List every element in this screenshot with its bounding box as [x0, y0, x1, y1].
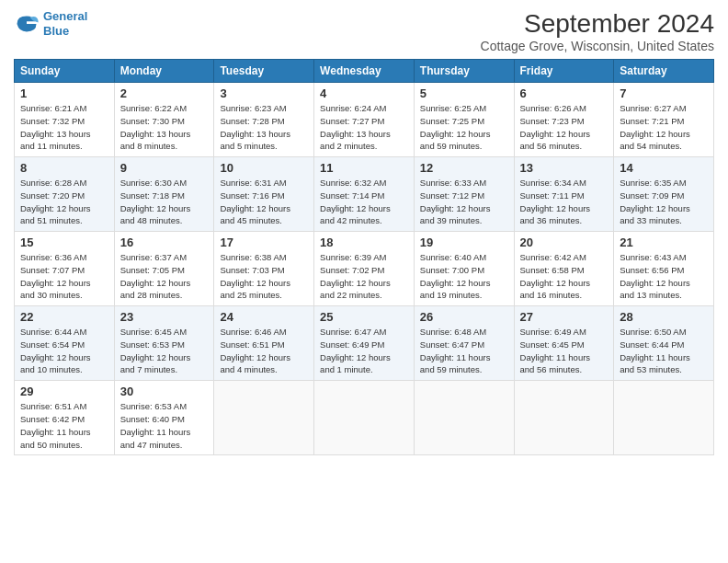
cell-line: Sunset: 7:28 PM — [220, 115, 308, 128]
cell-line: Sunrise: 6:27 AM — [620, 102, 708, 115]
cell-line: Daylight: 12 hours — [20, 277, 108, 290]
cell-line: Sunrise: 6:33 AM — [420, 177, 508, 190]
cell-line: and 5 minutes. — [220, 140, 308, 153]
calendar-cell: 25Sunrise: 6:47 AMSunset: 6:49 PMDayligh… — [314, 306, 415, 381]
cell-line: Daylight: 12 hours — [620, 277, 708, 290]
cell-line: Sunrise: 6:43 AM — [620, 251, 708, 264]
cell-line: and 1 minute. — [320, 363, 408, 376]
calendar-cell: 1Sunrise: 6:21 AMSunset: 7:32 PMDaylight… — [15, 83, 115, 157]
calendar-cell: 23Sunrise: 6:45 AMSunset: 6:53 PMDayligh… — [114, 306, 214, 381]
calendar-cell: 2Sunrise: 6:22 AMSunset: 7:30 PMDaylight… — [114, 83, 214, 157]
cell-line: Daylight: 12 hours — [620, 128, 708, 141]
cell-line: Daylight: 12 hours — [20, 351, 108, 364]
cell-line: Daylight: 12 hours — [520, 277, 609, 290]
cell-content: Sunrise: 6:34 AMSunset: 7:11 PMDaylight:… — [520, 177, 609, 227]
cell-line: Sunset: 7:12 PM — [420, 190, 508, 202]
day-number: 3 — [220, 86, 308, 100]
cell-content: Sunrise: 6:43 AMSunset: 6:56 PMDaylight:… — [620, 251, 708, 302]
day-number: 13 — [520, 161, 609, 175]
calendar-cell: 14Sunrise: 6:35 AMSunset: 7:09 PMDayligh… — [614, 157, 714, 232]
cell-line: Sunset: 7:05 PM — [120, 264, 209, 277]
cell-content: Sunrise: 6:39 AMSunset: 7:02 PMDaylight:… — [320, 251, 408, 302]
cell-line: Daylight: 13 hours — [120, 128, 209, 141]
cell-line: Daylight: 12 hours — [220, 277, 308, 290]
cell-line: Sunset: 7:16 PM — [220, 190, 308, 202]
logo: General Blue — [14, 9, 87, 38]
day-number: 2 — [120, 86, 209, 100]
cell-line: Sunrise: 6:23 AM — [220, 102, 308, 115]
day-number: 30 — [120, 385, 209, 398]
cell-line: Sunset: 7:23 PM — [520, 115, 609, 128]
cell-line: Daylight: 12 hours — [520, 202, 609, 215]
column-header-tuesday: Tuesday — [214, 60, 314, 83]
cell-content: Sunrise: 6:48 AMSunset: 6:47 PMDaylight:… — [420, 326, 508, 376]
cell-line: Sunset: 6:45 PM — [520, 339, 609, 351]
calendar-cell — [614, 381, 714, 455]
day-number: 28 — [620, 310, 708, 324]
cell-line: Sunset: 7:21 PM — [620, 115, 708, 128]
cell-line: Daylight: 12 hours — [220, 351, 308, 364]
cell-line: Sunrise: 6:36 AM — [20, 251, 108, 264]
cell-line: Sunset: 6:44 PM — [620, 339, 708, 351]
cell-content: Sunrise: 6:40 AMSunset: 7:00 PMDaylight:… — [420, 251, 508, 302]
calendar-cell: 24Sunrise: 6:46 AMSunset: 6:51 PMDayligh… — [214, 306, 314, 381]
day-number: 29 — [20, 385, 108, 398]
cell-line: Sunrise: 6:22 AM — [120, 102, 209, 115]
cell-line: Sunset: 7:27 PM — [320, 115, 408, 128]
cell-line: Sunrise: 6:53 AM — [120, 400, 209, 413]
cell-line: Daylight: 12 hours — [20, 202, 108, 215]
cell-line: Sunset: 6:56 PM — [620, 264, 708, 277]
cell-line: Sunrise: 6:26 AM — [520, 102, 609, 115]
day-number: 19 — [420, 236, 508, 249]
cell-line: Sunrise: 6:39 AM — [320, 251, 408, 264]
cell-line: and 51 minutes. — [20, 214, 108, 227]
calendar-cell — [414, 381, 514, 455]
calendar-cell: 9Sunrise: 6:30 AMSunset: 7:18 PMDaylight… — [114, 157, 214, 232]
cell-line: Sunset: 6:40 PM — [120, 413, 209, 426]
cell-line: Sunset: 6:51 PM — [220, 339, 308, 351]
day-number: 25 — [320, 310, 408, 324]
cell-line: and 33 minutes. — [620, 214, 708, 227]
cell-line: and 47 minutes. — [120, 439, 209, 452]
calendar-table: SundayMondayTuesdayWednesdayThursdayFrid… — [14, 59, 714, 455]
cell-line: Sunrise: 6:28 AM — [20, 177, 108, 190]
calendar-cell — [514, 381, 614, 455]
calendar-cell: 26Sunrise: 6:48 AMSunset: 6:47 PMDayligh… — [414, 306, 514, 381]
cell-line: Sunrise: 6:42 AM — [520, 251, 609, 264]
day-number: 1 — [20, 86, 108, 100]
cell-line: and 59 minutes. — [420, 140, 508, 153]
calendar-cell: 21Sunrise: 6:43 AMSunset: 6:56 PMDayligh… — [614, 232, 714, 306]
cell-line: and 13 minutes. — [620, 289, 708, 302]
cell-line: Sunset: 7:25 PM — [420, 115, 508, 128]
cell-line: Sunset: 6:47 PM — [420, 339, 508, 351]
cell-line: and 28 minutes. — [120, 289, 209, 302]
header: General Blue September 2024 Cottage Grov… — [14, 9, 714, 53]
cell-line: and 48 minutes. — [120, 214, 209, 227]
calendar-cell: 30Sunrise: 6:53 AMSunset: 6:40 PMDayligh… — [114, 381, 214, 455]
cell-line: Sunset: 6:58 PM — [520, 264, 609, 277]
cell-line: Sunrise: 6:51 AM — [20, 400, 108, 413]
cell-line: and 22 minutes. — [320, 289, 408, 302]
cell-line: Daylight: 13 hours — [20, 128, 108, 141]
cell-line: Sunset: 7:14 PM — [320, 190, 408, 202]
cell-line: Sunset: 7:02 PM — [320, 264, 408, 277]
cell-line: Sunset: 7:03 PM — [220, 264, 308, 277]
calendar-cell: 10Sunrise: 6:31 AMSunset: 7:16 PMDayligh… — [214, 157, 314, 232]
cell-line: Sunset: 7:11 PM — [520, 190, 609, 202]
day-number: 22 — [20, 310, 108, 324]
cell-line: Daylight: 11 hours — [620, 351, 708, 364]
cell-content: Sunrise: 6:36 AMSunset: 7:07 PMDaylight:… — [20, 251, 108, 302]
cell-content: Sunrise: 6:21 AMSunset: 7:32 PMDaylight:… — [20, 102, 108, 153]
day-number: 17 — [220, 236, 308, 249]
cell-line: Sunrise: 6:32 AM — [320, 177, 408, 190]
cell-line: and 39 minutes. — [420, 214, 508, 227]
cell-line: Sunrise: 6:47 AM — [320, 326, 408, 339]
day-number: 8 — [20, 161, 108, 175]
cell-line: and 30 minutes. — [20, 289, 108, 302]
cell-content: Sunrise: 6:30 AMSunset: 7:18 PMDaylight:… — [120, 177, 209, 227]
cell-content: Sunrise: 6:27 AMSunset: 7:21 PMDaylight:… — [620, 102, 708, 153]
calendar-cell: 17Sunrise: 6:38 AMSunset: 7:03 PMDayligh… — [214, 232, 314, 306]
cell-line: and 25 minutes. — [220, 289, 308, 302]
cell-line: Daylight: 11 hours — [420, 351, 508, 364]
cell-line: Daylight: 12 hours — [220, 202, 308, 215]
